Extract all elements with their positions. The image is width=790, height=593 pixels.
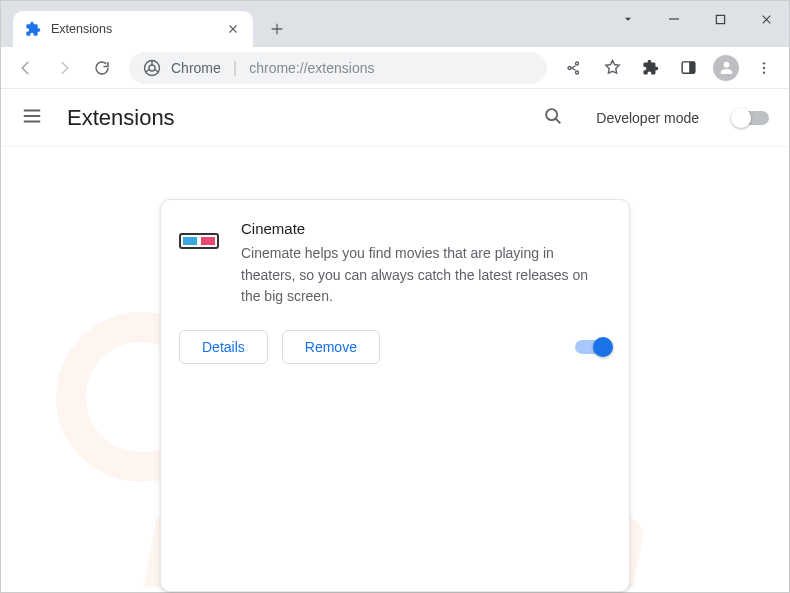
chrome-logo-icon — [143, 59, 161, 77]
page-content: risk.com Cinemate Cinemate helps you fin… — [1, 147, 789, 592]
svg-point-5 — [763, 62, 765, 64]
search-icon[interactable] — [542, 105, 564, 131]
window-controls — [605, 1, 789, 41]
address-prefix: Chrome — [171, 60, 221, 76]
titlebar: Extensions — [1, 1, 789, 47]
back-button[interactable] — [9, 51, 43, 85]
extension-enable-toggle[interactable] — [575, 340, 611, 354]
extension-card: Cinemate Cinemate helps you find movies … — [160, 199, 630, 592]
svg-point-7 — [763, 71, 765, 73]
svg-point-6 — [763, 66, 765, 68]
reload-button[interactable] — [85, 51, 119, 85]
close-window-button[interactable] — [743, 1, 789, 37]
close-tab-icon[interactable] — [225, 21, 241, 37]
tab-search-icon[interactable] — [605, 1, 651, 37]
address-path: chrome://extensions — [249, 60, 374, 76]
extension-name: Cinemate — [241, 220, 611, 237]
svg-point-2 — [149, 65, 155, 71]
toggle-knob — [593, 337, 613, 357]
browser-window: Extensions — [0, 0, 790, 593]
address-separator: | — [233, 58, 237, 78]
kebab-menu-icon[interactable] — [747, 51, 781, 85]
toggle-knob — [731, 108, 751, 128]
developer-mode-toggle[interactable] — [733, 111, 769, 125]
details-button[interactable]: Details — [179, 330, 268, 364]
hamburger-menu-icon[interactable] — [21, 105, 43, 131]
extensions-puzzle-icon[interactable] — [633, 51, 667, 85]
side-panel-icon[interactable] — [671, 51, 705, 85]
svg-rect-12 — [183, 237, 197, 245]
browser-toolbar: Chrome | chrome://extensions — [1, 47, 789, 89]
maximize-button[interactable] — [697, 1, 743, 37]
remove-button[interactable]: Remove — [282, 330, 380, 364]
svg-rect-4 — [689, 62, 695, 73]
3d-glasses-icon — [179, 222, 219, 262]
browser-tab[interactable]: Extensions — [13, 11, 253, 47]
forward-button[interactable] — [47, 51, 81, 85]
page-header: Extensions Developer mode — [1, 89, 789, 147]
svg-point-8 — [546, 109, 557, 120]
new-tab-button[interactable] — [263, 15, 291, 43]
svg-rect-13 — [201, 237, 215, 245]
puzzle-piece-icon — [25, 21, 41, 37]
svg-rect-0 — [716, 15, 724, 23]
minimize-button[interactable] — [651, 1, 697, 37]
extension-description: Cinemate helps you find movies that are … — [241, 243, 611, 308]
page-title: Extensions — [67, 105, 518, 131]
bookmark-star-icon[interactable] — [595, 51, 629, 85]
share-icon[interactable] — [557, 51, 591, 85]
address-bar[interactable]: Chrome | chrome://extensions — [129, 52, 547, 84]
developer-mode-label: Developer mode — [596, 110, 699, 126]
tab-title: Extensions — [51, 22, 215, 36]
profile-avatar[interactable] — [709, 51, 743, 85]
